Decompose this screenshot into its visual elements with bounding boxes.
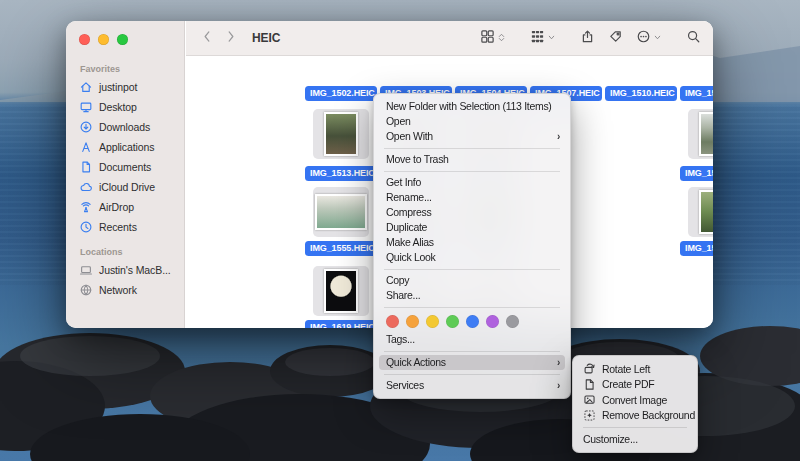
file-name-label[interactable]: IMG_1510.HEIC [605, 86, 677, 101]
sidebar-item-label: Applications [99, 141, 154, 153]
file-name-label[interactable]: IMG_1619.HEIC [305, 320, 377, 328]
file-name-label[interactable]: IMG_1522.HEIC [680, 166, 713, 181]
menu-item-copy[interactable]: Copy [374, 273, 570, 288]
thumbnail-image [324, 112, 358, 156]
more-actions-button[interactable] [636, 29, 662, 48]
sidebar-item-downloads[interactable]: Downloads [66, 117, 184, 137]
menu-item-quick-actions[interactable]: Quick Actions› [379, 355, 565, 370]
menu-item-rename[interactable]: Rename... [374, 190, 570, 205]
quick-actions-submenu: Rotate LeftCreate PDFConvert ImageRemove… [572, 355, 698, 453]
menu-item-label: Rename... [386, 191, 432, 203]
file-thumbnail[interactable] [313, 187, 369, 237]
close-button[interactable] [79, 34, 90, 45]
forward-button[interactable] [222, 29, 240, 47]
menu-item-label: Quick Look [386, 251, 436, 263]
menu-item-label: New Folder with Selection (113 Items) [386, 100, 552, 112]
toolbar[interactable]: HEIC [186, 21, 713, 56]
sidebar-item-icloud-drive[interactable]: iCloud Drive [66, 177, 184, 197]
icloud-icon [79, 180, 93, 194]
sidebar-item-applications[interactable]: Applications [66, 137, 184, 157]
menu-item-duplicate[interactable]: Duplicate [374, 220, 570, 235]
tag-colors-row [374, 311, 570, 332]
menu-item-remove-background[interactable]: Remove Background [573, 408, 697, 424]
sidebar-item-label: Downloads [99, 121, 150, 133]
sidebar: FavoritesjustinpotDesktopDownloadsApplic… [66, 21, 185, 328]
file-name-label[interactable]: IMG_1511.HEIC [680, 86, 713, 101]
search-icon [686, 29, 701, 48]
file-name-label[interactable]: IMG_1595.HEIC [680, 241, 713, 256]
tag-icon [608, 29, 623, 48]
desktop: FavoritesjustinpotDesktopDownloadsApplic… [0, 0, 800, 461]
tags-button[interactable] [608, 29, 623, 48]
sidebar-item-desktop[interactable]: Desktop [66, 97, 184, 117]
zoom-button[interactable] [117, 34, 128, 45]
sidebar-item-justinpot[interactable]: justinpot [66, 77, 184, 97]
group-by-button[interactable] [530, 29, 556, 48]
group-view-icon [530, 29, 545, 48]
menu-item-label: Open With [386, 130, 433, 142]
menu-item-label: Services [386, 379, 424, 391]
file-thumbnail[interactable] [313, 109, 369, 159]
menu-separator [384, 171, 560, 172]
tag-color-4[interactable] [446, 315, 459, 328]
menu-item-rotate-left[interactable]: Rotate Left [573, 361, 697, 377]
file-name-label[interactable]: IMG_1502.HEIC [305, 86, 377, 101]
tag-color-7[interactable] [506, 315, 519, 328]
menu-item-tags[interactable]: Tags... [374, 332, 570, 347]
thumbnail-image [699, 112, 713, 156]
convert-image-icon [583, 393, 596, 406]
share-button[interactable] [580, 29, 595, 48]
file-thumbnail[interactable] [688, 109, 713, 159]
minimize-button[interactable] [98, 34, 109, 45]
search-button[interactable] [686, 29, 701, 48]
thumbnail-image [315, 194, 367, 230]
tag-color-3[interactable] [426, 315, 439, 328]
sidebar-item-label: Justin's MacB... [99, 264, 171, 276]
menu-item-services[interactable]: Services› [374, 378, 570, 393]
file-name-label[interactable]: IMG_1513.HEIC [305, 166, 377, 181]
menu-separator [384, 269, 560, 270]
menu-separator [583, 427, 687, 428]
remove-background-icon [583, 409, 596, 422]
sidebar-item-network[interactable]: Network [66, 280, 184, 300]
tag-color-2[interactable] [406, 315, 419, 328]
chevron-updown-icon [497, 29, 506, 47]
laptop-icon [79, 263, 93, 277]
tag-color-1[interactable] [386, 315, 399, 328]
submenu-chevron-icon: › [557, 355, 560, 370]
file-thumbnail[interactable] [688, 187, 713, 237]
chevron-down-small-icon [547, 29, 556, 47]
menu-item-label: Tags... [386, 333, 415, 345]
menu-item-convert-image[interactable]: Convert Image [573, 392, 697, 408]
menu-item-quick-look[interactable]: Quick Look [374, 250, 570, 265]
menu-item-share[interactable]: Share... [374, 288, 570, 303]
grid-view-icon [480, 29, 495, 48]
file-name-label[interactable]: IMG_1555.HEIC [305, 241, 377, 256]
sidebar-item-justin-s-macb[interactable]: Justin's MacB... [66, 260, 184, 280]
sidebar-item-label: AirDrop [99, 201, 134, 213]
home-icon [79, 80, 93, 94]
view-options-button[interactable] [480, 29, 506, 48]
menu-item-create-pdf[interactable]: Create PDF [573, 377, 697, 393]
menu-item-get-info[interactable]: Get Info [374, 175, 570, 190]
menu-item-move-to-trash[interactable]: Move to Trash [374, 152, 570, 167]
sidebar-item-label: iCloud Drive [99, 181, 155, 193]
sidebar-item-recents[interactable]: Recents [66, 217, 184, 237]
tag-color-6[interactable] [486, 315, 499, 328]
share-icon [580, 29, 595, 48]
more-icon [636, 29, 651, 48]
menu-item-customize[interactable]: Customize... [573, 431, 697, 447]
menu-item-label: Make Alias [386, 236, 434, 248]
menu-item-open-with[interactable]: Open With› [374, 129, 570, 144]
airdrop-icon [79, 200, 93, 214]
menu-separator [384, 374, 560, 375]
menu-item-compress[interactable]: Compress [374, 205, 570, 220]
menu-item-make-alias[interactable]: Make Alias [374, 235, 570, 250]
menu-item-new-folder-with-selection-113-items[interactable]: New Folder with Selection (113 Items) [374, 99, 570, 114]
menu-item-open[interactable]: Open [374, 114, 570, 129]
file-thumbnail[interactable] [313, 266, 369, 316]
sidebar-item-airdrop[interactable]: AirDrop [66, 197, 184, 217]
sidebar-item-documents[interactable]: Documents [66, 157, 184, 177]
tag-color-5[interactable] [466, 315, 479, 328]
back-button[interactable] [198, 29, 216, 47]
